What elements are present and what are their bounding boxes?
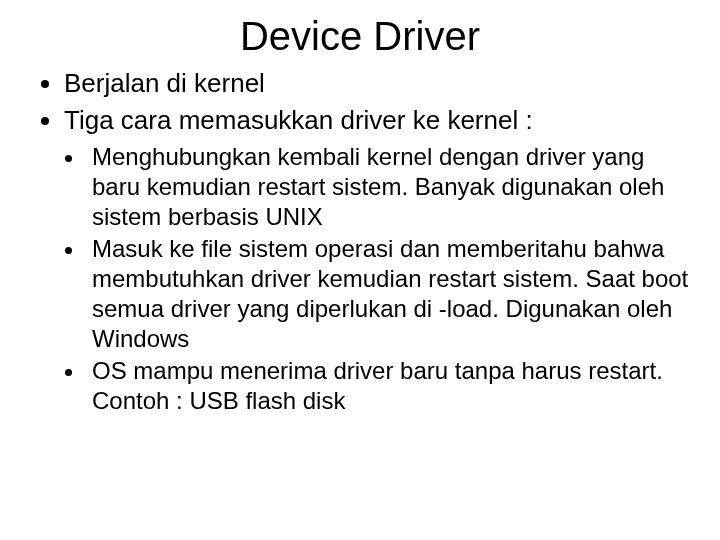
- list-item: OS mampu menerima driver baru tanpa haru…: [86, 356, 690, 416]
- bullet-list-level1: Berjalan di kernel Tiga cara memasukkan …: [30, 67, 690, 136]
- list-item: Berjalan di kernel: [64, 67, 690, 100]
- slide-title: Device Driver: [30, 14, 690, 59]
- list-item: Menghubungkan kembali kernel dengan driv…: [86, 142, 690, 232]
- bullet-list-level2: Menghubungkan kembali kernel dengan driv…: [30, 142, 690, 416]
- list-item: Tiga cara memasukkan driver ke kernel :: [64, 104, 690, 137]
- list-item: Masuk ke file sistem operasi dan memberi…: [86, 234, 690, 354]
- slide: Device Driver Berjalan di kernel Tiga ca…: [0, 0, 720, 540]
